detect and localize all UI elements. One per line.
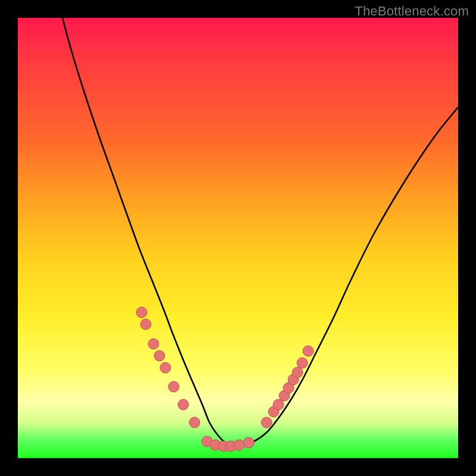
- highlight-dot: [292, 367, 303, 378]
- watermark-text: TheBottleneck.com: [355, 4, 469, 19]
- highlight-dot: [148, 339, 159, 349]
- highlight-dot: [189, 417, 200, 428]
- highlight-dot: [160, 362, 171, 373]
- chart-svg: [18, 18, 458, 458]
- highlight-dots: [136, 307, 314, 452]
- bottleneck-curve: [62, 18, 458, 446]
- outer-frame: TheBottleneck.com: [0, 0, 476, 476]
- highlight-dot: [140, 319, 151, 330]
- highlight-dot: [168, 381, 179, 392]
- highlight-dot: [136, 307, 147, 318]
- highlight-dot: [261, 417, 272, 428]
- highlight-dot: [303, 346, 314, 356]
- highlight-dot: [243, 437, 254, 448]
- highlight-dot: [234, 440, 245, 450]
- highlight-dot: [178, 399, 189, 410]
- highlight-dot: [154, 350, 165, 361]
- highlight-dot: [297, 358, 308, 368]
- plot-area: [18, 18, 458, 458]
